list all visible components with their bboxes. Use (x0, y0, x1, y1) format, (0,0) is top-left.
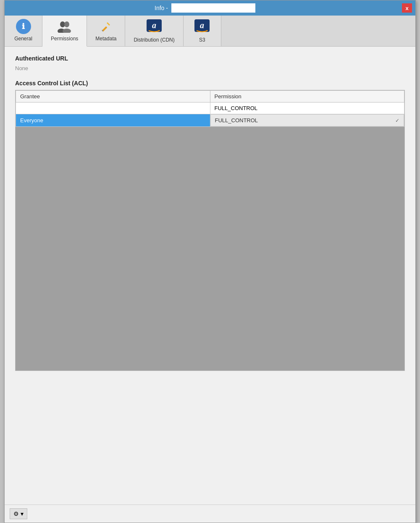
svg-text:a: a (200, 21, 204, 30)
acl-empty-area (16, 127, 404, 371)
window-title: Info - (155, 5, 168, 11)
general-info-icon: ℹ (16, 19, 31, 34)
acl-section-title: Access Control List (ACL) (15, 80, 405, 87)
permission-dropdown-icon[interactable]: ✓ (395, 118, 399, 124)
gear-dropdown-arrow: ▾ (21, 510, 24, 517)
tab-permissions[interactable]: Permissions (42, 16, 87, 47)
acl-table-header-row: Grantee Permission (16, 91, 404, 102)
tab-s3-label: S3 (199, 37, 205, 43)
permission-cell-everyone[interactable]: FULL_CONTROL ✓ (210, 114, 404, 126)
tab-metadata[interactable]: Metadata (87, 16, 125, 46)
svg-text:a: a (152, 21, 156, 30)
acl-table: Grantee Permission FULL_CONTROL (16, 90, 404, 127)
close-button[interactable]: x (402, 3, 412, 13)
table-row[interactable]: FULL_CONTROL (16, 102, 404, 114)
distribution-amazon-icon: a (146, 19, 162, 35)
content-area: Authenticated URL None Access Control Li… (5, 47, 415, 505)
authenticated-url-title: Authenticated URL (15, 55, 405, 62)
metadata-pencil-icon (98, 19, 113, 34)
gear-icon: ⚙ (13, 510, 19, 517)
title-bar-content: Info - (8, 3, 402, 13)
permission-cell-1[interactable]: FULL_CONTROL (210, 102, 404, 114)
permissions-users-icon (57, 19, 72, 34)
table-row-everyone[interactable]: Everyone FULL_CONTROL ✓ (16, 114, 404, 127)
svg-marker-5 (107, 22, 110, 26)
title-bar: Info - x (5, 0, 415, 16)
svg-point-1 (64, 21, 69, 27)
title-input[interactable] (171, 3, 255, 13)
authenticated-url-value: None (15, 65, 405, 71)
acl-table-wrapper: Grantee Permission FULL_CONTROL (15, 90, 405, 371)
permission-column-header: Permission (210, 91, 404, 102)
gear-settings-button[interactable]: ⚙ ▾ (10, 508, 27, 519)
tab-general[interactable]: ℹ General (5, 16, 42, 46)
tab-bar: ℹ General Permissions (5, 16, 415, 47)
tab-permissions-label: Permissions (51, 36, 78, 42)
permission-value-everyone: FULL_CONTROL (215, 117, 258, 124)
grantee-cell-everyone: Everyone (16, 114, 210, 127)
grantee-column-header: Grantee (16, 91, 210, 102)
grantee-cell-1 (16, 102, 210, 114)
permission-value-1: FULL_CONTROL (215, 105, 258, 111)
tab-general-label: General (14, 36, 32, 42)
tab-distribution[interactable]: a Distribution (CDN) (125, 16, 183, 46)
footer-bar: ⚙ ▾ (5, 505, 415, 523)
tab-distribution-label: Distribution (CDN) (134, 37, 174, 43)
tab-metadata-label: Metadata (95, 36, 116, 42)
grantee-label-everyone: Everyone (20, 117, 43, 124)
tab-s3[interactable]: a S3 (184, 16, 221, 46)
s3-amazon-icon: a (194, 19, 210, 35)
main-window: Info - x ℹ General Permissions (4, 0, 416, 523)
svg-point-3 (63, 29, 71, 33)
